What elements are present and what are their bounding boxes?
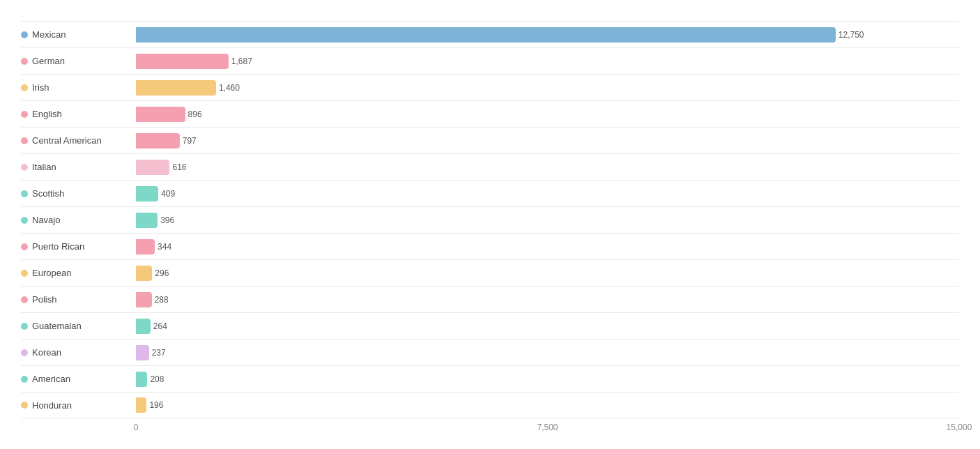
x-tick: 7,500 (537, 423, 558, 432)
bar-dot (21, 270, 28, 277)
bar-fill: 797 (136, 133, 180, 149)
bar-container: 616 (136, 160, 959, 175)
bar-fill: 288 (136, 292, 152, 307)
bar-row: English896 (21, 100, 959, 127)
bar-dot (21, 111, 28, 118)
bar-container: 196 (136, 397, 959, 413)
bar-container: 797 (136, 133, 959, 149)
bar-row: Irish1,460 (21, 74, 959, 100)
bar-fill: 12,750 (136, 27, 836, 43)
bar-row: Italian616 (21, 153, 959, 180)
bar-row: Mexican12,750 (21, 21, 959, 47)
bar-label: English (21, 109, 136, 119)
bar-value: 237 (152, 348, 166, 358)
bar-fill: 896 (136, 107, 185, 122)
bar-row: German1,687 (21, 47, 959, 74)
bar-fill: 1,460 (136, 80, 216, 96)
bar-label-text: English (32, 109, 62, 119)
bar-value: 1,460 (219, 83, 240, 93)
bar-container: 896 (136, 107, 959, 122)
bar-value: 296 (155, 268, 169, 278)
bar-dot (21, 217, 28, 224)
bar-label-text: Italian (32, 162, 56, 172)
bar-dot (21, 164, 28, 171)
bar-row: Honduran196 (21, 392, 959, 418)
bar-row: Puerto Rican344 (21, 233, 959, 259)
bar-label: Puerto Rican (21, 241, 136, 252)
bar-row: American208 (21, 365, 959, 392)
bar-container: 264 (136, 319, 959, 334)
bar-dot (21, 402, 28, 409)
bar-label-text: American (32, 374, 70, 384)
bar-label: Korean (21, 347, 136, 358)
bar-dot (21, 190, 28, 197)
bar-dot (21, 349, 28, 356)
bar-label: Polish (21, 294, 136, 305)
bar-dot (21, 243, 28, 250)
bar-label: Italian (21, 162, 136, 172)
bar-value: 12,750 (839, 30, 864, 40)
bar-value: 616 (172, 162, 186, 172)
bar-row: Guatemalan264 (21, 312, 959, 339)
bar-label-text: Mexican (32, 29, 66, 40)
bar-container: 344 (136, 239, 959, 254)
bar-container: 288 (136, 292, 959, 307)
bar-dot (21, 296, 28, 303)
bar-label: Guatemalan (21, 321, 136, 331)
bar-value: 208 (150, 374, 164, 384)
bar-row: European296 (21, 259, 959, 286)
bar-dot (21, 58, 28, 65)
bars-container: Mexican12,750German1,687Irish1,460Englis… (21, 21, 959, 418)
bar-value: 264 (153, 321, 167, 331)
bar-row: Polish288 (21, 286, 959, 312)
bar-value: 797 (183, 136, 197, 146)
bar-container: 396 (136, 213, 959, 228)
bar-fill: 409 (136, 186, 158, 201)
bar-row: Navajo396 (21, 206, 959, 233)
x-tick: 0 (134, 423, 139, 432)
bar-fill: 296 (136, 266, 152, 281)
bar-label: Irish (21, 82, 136, 93)
bar-fill: 264 (136, 319, 151, 334)
bar-value: 288 (155, 295, 169, 305)
bar-dot (21, 137, 28, 144)
bar-value: 196 (149, 400, 163, 410)
bar-dot (21, 323, 28, 330)
bar-fill: 237 (136, 345, 149, 360)
chart-area: Mexican12,750German1,687Irish1,460Englis… (21, 21, 959, 423)
bar-label-text: European (32, 268, 71, 278)
bar-label-text: Scottish (32, 188, 64, 199)
bar-container: 1,687 (136, 54, 959, 69)
bar-container: 12,750 (136, 27, 959, 43)
bar-label: Scottish (21, 188, 136, 199)
bar-dot (21, 31, 28, 38)
bar-fill: 396 (136, 213, 158, 228)
bar-value: 396 (160, 215, 174, 225)
bar-label-text: Puerto Rican (32, 241, 84, 252)
bar-row: Korean237 (21, 339, 959, 365)
bar-label: European (21, 268, 136, 278)
bar-fill: 1,687 (136, 54, 229, 69)
bar-fill: 208 (136, 372, 147, 387)
bar-label: American (21, 374, 136, 384)
bar-row: Scottish409 (21, 180, 959, 206)
bar-dot (21, 84, 28, 91)
bar-label-text: Honduran (32, 400, 72, 411)
bar-label-text: Guatemalan (32, 321, 82, 331)
bar-fill: 196 (136, 397, 146, 413)
bar-fill: 616 (136, 160, 169, 175)
bar-container: 237 (136, 345, 959, 360)
bar-container: 208 (136, 372, 959, 387)
bar-label: Mexican (21, 29, 136, 40)
bar-label-text: Navajo (32, 215, 60, 225)
bar-container: 296 (136, 266, 959, 281)
bar-dot (21, 376, 28, 383)
bar-label: German (21, 56, 136, 66)
bar-label-text: Polish (32, 294, 56, 305)
bar-label: Central American (21, 135, 136, 146)
bar-label: Navajo (21, 215, 136, 225)
bar-label-text: Korean (32, 347, 61, 358)
bar-label: Honduran (21, 400, 136, 411)
bar-row: Central American797 (21, 127, 959, 153)
bar-label-text: Irish (32, 82, 49, 93)
